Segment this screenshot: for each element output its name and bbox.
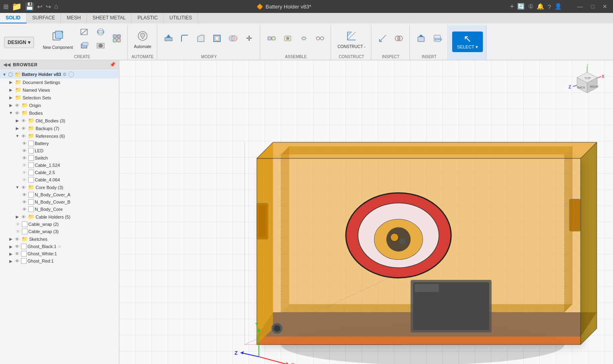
- refresh-icon[interactable]: 🔄: [517, 3, 525, 10]
- drive-joints-button[interactable]: [297, 33, 311, 46]
- cable-1524-eye-icon[interactable]: 👁: [21, 163, 27, 168]
- tab-solid[interactable]: SOLID: [0, 13, 27, 23]
- viewport[interactable]: X Y Z X Y Z TOP: [119, 60, 613, 364]
- switch-eye-icon[interactable]: 👁: [21, 156, 27, 160]
- cable-4064-eye-icon[interactable]: 👁: [21, 177, 27, 182]
- tree-item-led[interactable]: 👁 LED: [0, 147, 119, 154]
- tab-sheet-metal[interactable]: SHEET METAL: [87, 13, 132, 23]
- create-extrude-button[interactable]: [77, 40, 92, 53]
- tree-item-cable-wrap-2[interactable]: 👁 Cable_wrap (2): [0, 221, 119, 228]
- cable-25-eye-icon[interactable]: 👁: [21, 170, 27, 175]
- insert-mesh-button[interactable]: [414, 33, 428, 46]
- tree-item-switch[interactable]: 👁 Switch: [0, 154, 119, 162]
- ghost-red-eye-icon[interactable]: 👁: [14, 259, 20, 263]
- bodies-eye-icon[interactable]: 👁: [14, 111, 20, 116]
- browser-chevron-icon[interactable]: ◀◀: [3, 62, 11, 67]
- joint-button[interactable]: [264, 33, 279, 46]
- tree-item-n-body-cover-a[interactable]: 👁 N_Body_Cover_A: [0, 191, 119, 198]
- save-button[interactable]: 💾: [25, 2, 34, 11]
- create-revolve-button[interactable]: [93, 27, 108, 39]
- help-icon[interactable]: ?: [548, 3, 551, 10]
- tree-item-root[interactable]: ▼ ⬡ 📁 Battery Holder v83 ⚙: [0, 70, 119, 78]
- ghost-white-eye-icon[interactable]: 👁: [14, 251, 20, 256]
- automate-button[interactable]: Automate: [132, 28, 154, 50]
- battery-eye-icon[interactable]: 👁: [21, 141, 27, 146]
- browser-tree: ▼ ⬡ 📁 Battery Holder v83 ⚙ ▶ 📁 Document …: [0, 69, 119, 364]
- references-eye-icon[interactable]: 👁: [20, 134, 27, 139]
- cable-wrap-3-eye-icon[interactable]: 👁: [15, 229, 21, 234]
- rigid-group-button[interactable]: [280, 33, 295, 46]
- tree-item-core-body[interactable]: ▼ 👁 📁 Core Body (3): [0, 183, 119, 191]
- origin-eye-icon[interactable]: 👁: [14, 103, 20, 108]
- tree-item-cable-wrap-3[interactable]: 👁 Cable_wrap (3): [0, 228, 119, 235]
- tree-item-ghost-red[interactable]: ▶ 👁 Ghost_Red:1: [0, 257, 119, 265]
- create-sketch-button[interactable]: [77, 27, 92, 39]
- plus-tab-button[interactable]: +: [510, 2, 514, 11]
- tree-item-cable-1524[interactable]: 👁 Cable_1.524: [0, 162, 119, 169]
- tree-item-n-body-core[interactable]: 👁 N_Body_Core: [0, 206, 119, 213]
- undo-button[interactable]: ↩: [37, 3, 42, 11]
- motion-link-button[interactable]: [313, 33, 327, 46]
- shell-button[interactable]: [210, 33, 224, 46]
- home-button[interactable]: ⌂: [54, 3, 58, 10]
- insert-svg-button[interactable]: SVG: [430, 33, 444, 46]
- cable-wrap-2-eye-icon[interactable]: 👁: [15, 222, 21, 227]
- svg-rect-14: [117, 39, 120, 42]
- interference-button[interactable]: [392, 33, 406, 46]
- new-component-button[interactable]: + New Component: [40, 28, 75, 51]
- notification-icon[interactable]: 🔔: [537, 3, 544, 10]
- tree-item-origin[interactable]: ▶ 👁 📁 Origin: [0, 101, 119, 109]
- tree-item-sketches[interactable]: ▶ 👁 📁 Sketches: [0, 235, 119, 243]
- maximize-button[interactable]: □: [589, 3, 597, 10]
- design-dropdown[interactable]: DESIGN ▾: [4, 37, 34, 48]
- tree-item-cable-4064[interactable]: 👁 Cable_4.064: [0, 176, 119, 183]
- user-avatar[interactable]: 👤: [554, 3, 562, 10]
- browser-pin-icon[interactable]: 📌: [110, 62, 116, 67]
- n-body-core-eye-icon[interactable]: 👁: [21, 207, 27, 212]
- tab-plastic[interactable]: PLASTIC: [132, 13, 164, 23]
- tree-item-ghost-black[interactable]: ▶ 👁 Ghost_Black:1 ○: [0, 243, 119, 250]
- n-body-cover-b-eye-icon[interactable]: 👁: [21, 200, 27, 204]
- tree-item-bodies[interactable]: ▼ 👁 📁 Bodies: [0, 109, 119, 117]
- svg-rect-24: [268, 37, 271, 40]
- move-button[interactable]: ✛: [242, 33, 257, 46]
- cable-holders-eye-icon[interactable]: 👁: [20, 215, 27, 219]
- tree-item-cable-25[interactable]: 👁 Cable_2.5: [0, 169, 119, 176]
- backups-eye-icon[interactable]: 👁: [20, 126, 27, 131]
- tree-item-battery[interactable]: 👁 Battery: [0, 140, 119, 147]
- tab-utilities[interactable]: UTILITIES: [164, 13, 198, 23]
- close-button[interactable]: ✕: [600, 3, 610, 10]
- app-grid-icon[interactable]: ⊞: [3, 3, 8, 11]
- old-bodies-eye-icon[interactable]: 👁: [20, 118, 27, 123]
- view-cube[interactable]: X Y Z TOP RIGHT BACK: [567, 64, 607, 101]
- minimize-button[interactable]: —: [575, 3, 586, 10]
- tab-surface[interactable]: SURFACE: [27, 13, 61, 23]
- file-menu-icon[interactable]: 📁: [12, 2, 22, 11]
- ghost-black-eye-icon[interactable]: 👁: [14, 244, 20, 249]
- combine-button[interactable]: [226, 33, 240, 46]
- tree-item-doc-settings[interactable]: ▶ 📁 Document Settings: [0, 78, 119, 86]
- tree-item-ghost-white[interactable]: ▶ 👁 Ghost_White:1: [0, 250, 119, 257]
- cloud-icon[interactable]: ①: [528, 3, 533, 10]
- tab-mesh[interactable]: MESH: [61, 13, 87, 23]
- tree-item-old-bodies[interactable]: ▶ 👁 📁 Old_Bodies (3): [0, 117, 119, 124]
- led-eye-icon[interactable]: 👁: [21, 148, 27, 153]
- press-pull-button[interactable]: [161, 33, 176, 46]
- tree-item-cable-holders[interactable]: ▶ 👁 📁 Cable Holders (5): [0, 213, 119, 221]
- tree-item-selection-sets[interactable]: ▶ 📁 Selection Sets: [0, 94, 119, 101]
- redo-button[interactable]: ↪: [46, 3, 51, 11]
- chamfer-button[interactable]: [194, 33, 208, 46]
- tree-item-references[interactable]: ▼ 👁 📁 References (6): [0, 132, 119, 140]
- tree-item-n-body-cover-b[interactable]: 👁 N_Body_Cover_B: [0, 198, 119, 206]
- sketches-eye-icon[interactable]: 👁: [14, 237, 20, 242]
- measure-button[interactable]: [375, 33, 390, 46]
- construct-button[interactable]: CONSTRUCT -: [335, 28, 368, 50]
- fillet-button[interactable]: [177, 33, 192, 46]
- create-hole-button[interactable]: [93, 40, 108, 53]
- n-body-cover-a-eye-icon[interactable]: 👁: [21, 192, 27, 197]
- create-more-button[interactable]: [110, 33, 124, 46]
- select-button[interactable]: ↖ SELECT ▾: [452, 32, 483, 52]
- core-body-eye-icon[interactable]: 👁: [20, 185, 27, 190]
- tree-item-backups[interactable]: ▶ 👁 📁 Backups (7): [0, 124, 119, 132]
- tree-item-named-views[interactable]: ▶ 📁 Named Views: [0, 86, 119, 94]
